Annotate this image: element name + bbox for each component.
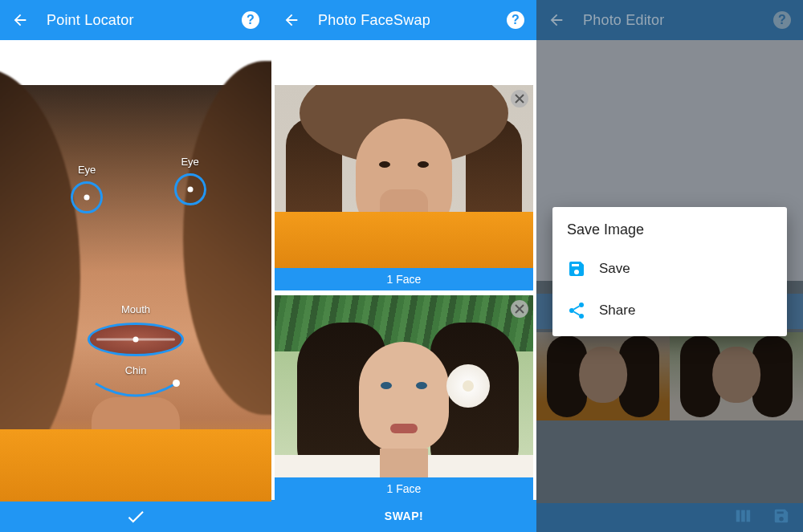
screen-photo-editor: Photo Editor ? Save Image <box>536 0 803 532</box>
checkmark-icon <box>125 506 146 527</box>
svg-point-11 <box>579 314 584 319</box>
save-image-dialog: Save Image Save Share <box>552 207 787 336</box>
svg-text:?: ? <box>512 13 520 26</box>
page-title: Photo Editor <box>583 12 755 29</box>
marker-label: Eye <box>181 156 198 168</box>
help-icon[interactable]: ? <box>772 10 792 30</box>
face-count-badge: 1 Face <box>275 268 533 290</box>
help-icon[interactable]: ? <box>506 10 525 30</box>
back-icon[interactable] <box>283 11 300 29</box>
source-photo-1[interactable]: 1 Face <box>275 85 533 290</box>
svg-point-10 <box>569 308 574 313</box>
remove-photo-button[interactable] <box>511 300 528 318</box>
save-icon[interactable] <box>772 507 790 528</box>
marker-eye-left[interactable]: Eye <box>71 181 103 213</box>
page-title: Point Locator <box>47 12 223 29</box>
svg-rect-7 <box>741 510 745 522</box>
back-icon[interactable] <box>548 11 565 29</box>
marker-mouth[interactable]: Mouth <box>88 323 184 356</box>
swap-button-label: SWAP! <box>385 510 423 522</box>
screen-photo-faceswap: Photo FaceSwap ? <box>271 0 536 532</box>
marker-eye-right[interactable]: Eye <box>174 173 206 205</box>
source-photo-2[interactable]: 1 Face <box>275 295 533 501</box>
face-count-badge: 1 Face <box>275 477 533 500</box>
remove-photo-button[interactable] <box>511 90 528 108</box>
marker-label: Chin <box>125 364 147 376</box>
ad-banner-slot <box>271 40 536 85</box>
topbar-point-locator: Point Locator ? <box>0 0 271 40</box>
dialog-option-label: Save <box>599 261 630 277</box>
close-icon <box>515 94 524 104</box>
marker-chin[interactable]: Chin <box>92 380 179 404</box>
dialog-share-option[interactable]: Share <box>567 290 772 331</box>
marker-label: Eye <box>78 164 96 176</box>
dialog-title: Save Image <box>567 221 772 238</box>
dialog-save-option[interactable]: Save <box>567 248 772 290</box>
topbar-faceswap: Photo FaceSwap ? <box>271 0 536 40</box>
marker-label: Mouth <box>121 303 150 315</box>
confirm-button[interactable] <box>0 502 271 532</box>
svg-text:?: ? <box>247 13 255 26</box>
svg-text:?: ? <box>778 13 786 26</box>
save-icon <box>567 259 586 278</box>
help-icon[interactable]: ? <box>241 10 260 30</box>
layout-icon[interactable] <box>734 507 752 528</box>
result-thumb-1 <box>536 332 670 420</box>
share-icon <box>567 301 586 320</box>
dialog-option-label: Share <box>599 303 635 319</box>
source-photos-grid: 1 Face 1 Face <box>275 85 533 500</box>
page-title: Photo FaceSwap <box>318 12 488 29</box>
face-photo[interactable]: Eye Eye Mouth Chin <box>0 85 271 502</box>
result-thumb-2 <box>670 332 803 420</box>
editor-bottombar <box>536 503 803 532</box>
svg-rect-6 <box>736 510 740 522</box>
close-icon <box>515 304 524 314</box>
topbar-editor: Photo Editor ? <box>536 0 803 40</box>
screen-point-locator: Point Locator ? Eye Eye Mouth <box>0 0 271 532</box>
svg-rect-8 <box>747 510 751 522</box>
svg-point-9 <box>579 303 584 307</box>
swap-button[interactable]: SWAP! <box>271 500 536 532</box>
back-icon[interactable] <box>11 11 29 29</box>
